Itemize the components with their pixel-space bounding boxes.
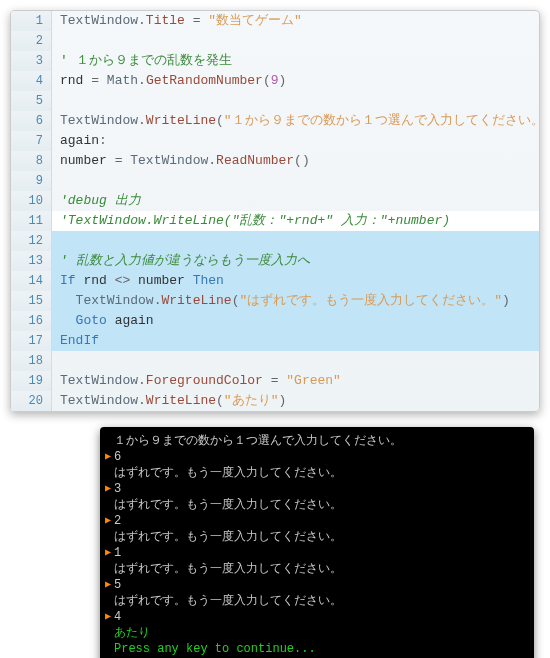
line-number: 18 bbox=[11, 351, 52, 371]
code-content[interactable] bbox=[52, 31, 539, 51]
code-content[interactable]: ' 乱数と入力値が違うならもう一度入力へ bbox=[52, 251, 539, 271]
console-text: はずれです。もう一度入力してください。 bbox=[114, 593, 342, 609]
code-content[interactable]: ' １から９までの乱数を発生 bbox=[52, 51, 539, 71]
code-content[interactable] bbox=[52, 351, 539, 371]
line-number: 4 bbox=[11, 71, 52, 91]
line-number: 1 bbox=[11, 11, 52, 31]
code-line[interactable]: 13' 乱数と入力値が違うならもう一度入力へ bbox=[11, 251, 539, 271]
code-content[interactable]: TextWindow.Title = "数当てゲーム" bbox=[52, 11, 539, 31]
console-line: はずれです。もう一度入力してください。 bbox=[102, 465, 532, 481]
line-number: 7 bbox=[11, 131, 52, 151]
line-number: 10 bbox=[11, 191, 52, 211]
code-content[interactable]: again: bbox=[52, 131, 539, 151]
code-content[interactable]: TextWindow.WriteLine("あたり") bbox=[52, 391, 539, 411]
input-caret-icon: ▶ bbox=[102, 577, 114, 593]
console-line: ▶2 bbox=[102, 513, 532, 529]
line-number: 17 bbox=[11, 331, 52, 351]
code-line[interactable]: 8number = TextWindow.ReadNumber() bbox=[11, 151, 539, 171]
code-line[interactable]: 14If rnd <> number Then bbox=[11, 271, 539, 291]
code-content[interactable]: If rnd <> number Then bbox=[52, 271, 539, 291]
input-caret-icon: ▶ bbox=[102, 545, 114, 561]
console-line: ▶4 bbox=[102, 609, 532, 625]
console-text: Press any key to continue... bbox=[114, 641, 316, 657]
code-line[interactable]: 1TextWindow.Title = "数当てゲーム" bbox=[11, 11, 539, 31]
console-text: １から９までの数から１つ選んで入力してください。 bbox=[114, 433, 402, 449]
console-text: 5 bbox=[114, 577, 121, 593]
code-line[interactable]: 9 bbox=[11, 171, 539, 191]
code-content[interactable]: TextWindow.ForegroundColor = "Green" bbox=[52, 371, 539, 391]
code-content[interactable]: 'TextWindow.WriteLine("乱数："+rnd+" 入力："+n… bbox=[52, 211, 539, 231]
line-number: 20 bbox=[11, 391, 52, 411]
code-content[interactable] bbox=[52, 91, 539, 111]
input-caret-icon: ▶ bbox=[102, 481, 114, 497]
console-line: ▶1 bbox=[102, 545, 532, 561]
code-line[interactable]: 11'TextWindow.WriteLine("乱数："+rnd+" 入力："… bbox=[11, 211, 539, 231]
console-text: はずれです。もう一度入力してください。 bbox=[114, 561, 342, 577]
line-number: 16 bbox=[11, 311, 52, 331]
code-line[interactable]: 10'debug 出力 bbox=[11, 191, 539, 211]
console-text: 4 bbox=[114, 609, 121, 625]
code-line[interactable]: 7again: bbox=[11, 131, 539, 151]
line-number: 6 bbox=[11, 111, 52, 131]
console-text: はずれです。もう一度入力してください。 bbox=[114, 497, 342, 513]
code-line[interactable]: 12 bbox=[11, 231, 539, 251]
code-content[interactable]: rnd = Math.GetRandomNumber(9) bbox=[52, 71, 539, 91]
console-line: ▶5 bbox=[102, 577, 532, 593]
code-content[interactable]: TextWindow.WriteLine("はずれです。もう一度入力してください… bbox=[52, 291, 539, 311]
line-number: 12 bbox=[11, 231, 52, 251]
code-line[interactable]: 4rnd = Math.GetRandomNumber(9) bbox=[11, 71, 539, 91]
console-line: １から９までの数から１つ選んで入力してください。 bbox=[102, 433, 532, 449]
code-content[interactable]: number = TextWindow.ReadNumber() bbox=[52, 151, 539, 171]
console-line: ▶6 bbox=[102, 449, 532, 465]
console-text: あたり bbox=[114, 625, 150, 641]
code-content[interactable]: 'debug 出力 bbox=[52, 191, 539, 211]
console-text: 3 bbox=[114, 481, 121, 497]
console-line: あたり bbox=[102, 625, 532, 641]
console-line: はずれです。もう一度入力してください。 bbox=[102, 593, 532, 609]
input-caret-icon: ▶ bbox=[102, 513, 114, 529]
input-caret-icon: ▶ bbox=[102, 449, 114, 465]
console-line: はずれです。もう一度入力してください。 bbox=[102, 497, 532, 513]
line-number: 5 bbox=[11, 91, 52, 111]
code-line[interactable]: 17EndIf bbox=[11, 331, 539, 351]
code-content[interactable]: Goto again bbox=[52, 311, 539, 331]
code-line[interactable]: 18 bbox=[11, 351, 539, 371]
code-line[interactable]: 15 TextWindow.WriteLine("はずれです。もう一度入力してく… bbox=[11, 291, 539, 311]
line-number: 3 bbox=[11, 51, 52, 71]
code-line[interactable]: 19TextWindow.ForegroundColor = "Green" bbox=[11, 371, 539, 391]
line-number: 9 bbox=[11, 171, 52, 191]
code-line[interactable]: 3' １から９までの乱数を発生 bbox=[11, 51, 539, 71]
console-line: Press any key to continue... bbox=[102, 641, 532, 657]
line-number: 8 bbox=[11, 151, 52, 171]
line-number: 11 bbox=[11, 211, 52, 231]
line-number: 15 bbox=[11, 291, 52, 311]
code-line[interactable]: 20TextWindow.WriteLine("あたり") bbox=[11, 391, 539, 411]
line-number: 19 bbox=[11, 371, 52, 391]
input-caret-icon: ▶ bbox=[102, 609, 114, 625]
line-number: 14 bbox=[11, 271, 52, 291]
console-text: 2 bbox=[114, 513, 121, 529]
line-number: 2 bbox=[11, 31, 52, 51]
console-output: １から９までの数から１つ選んで入力してください。▶6はずれです。もう一度入力して… bbox=[100, 427, 534, 658]
console-line: ▶3 bbox=[102, 481, 532, 497]
console-line: はずれです。もう一度入力してください。 bbox=[102, 561, 532, 577]
code-content[interactable]: TextWindow.WriteLine("１から９までの数から１つ選んで入力し… bbox=[52, 111, 540, 131]
console-text: はずれです。もう一度入力してください。 bbox=[114, 465, 342, 481]
code-content[interactable]: EndIf bbox=[52, 331, 539, 351]
console-text: 1 bbox=[114, 545, 121, 561]
code-content[interactable] bbox=[52, 171, 539, 191]
code-line[interactable]: 16 Goto again bbox=[11, 311, 539, 331]
console-line: はずれです。もう一度入力してください。 bbox=[102, 529, 532, 545]
code-line[interactable]: 5 bbox=[11, 91, 539, 111]
code-editor[interactable]: 1TextWindow.Title = "数当てゲーム"23' １から９までの乱… bbox=[10, 10, 540, 412]
code-line[interactable]: 6TextWindow.WriteLine("１から９までの数から１つ選んで入力… bbox=[11, 111, 539, 131]
console-text: 6 bbox=[114, 449, 121, 465]
line-number: 13 bbox=[11, 251, 52, 271]
console-text: はずれです。もう一度入力してください。 bbox=[114, 529, 342, 545]
code-content[interactable] bbox=[52, 231, 539, 251]
code-line[interactable]: 2 bbox=[11, 31, 539, 51]
